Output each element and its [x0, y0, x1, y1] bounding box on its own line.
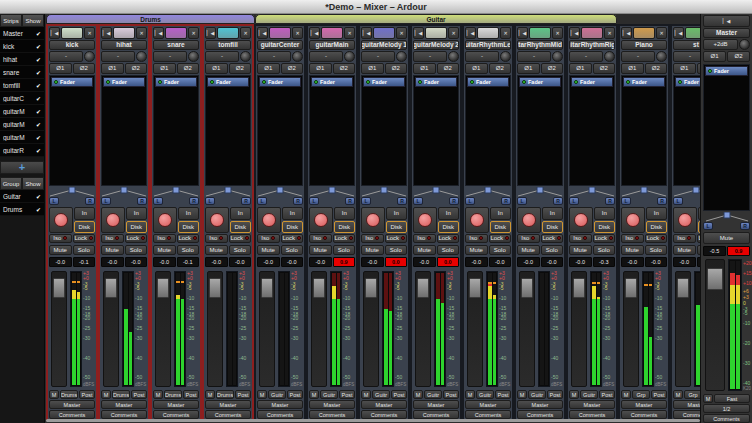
- input-button[interactable]: -: [413, 51, 447, 62]
- gain-display[interactable]: -0.0: [205, 257, 228, 267]
- peak-display[interactable]: -0.1: [177, 257, 200, 267]
- processor-box[interactable]: Fader: [621, 75, 667, 186]
- gain-fader[interactable]: [519, 271, 535, 388]
- monitor-in-button[interactable]: In: [334, 207, 356, 219]
- strip-list-item[interactable]: guitarR✔: [0, 144, 44, 157]
- mute-button[interactable]: Mute: [257, 245, 280, 255]
- gain-display[interactable]: -0.0: [101, 257, 124, 267]
- pan-widget[interactable]: LR: [205, 186, 251, 206]
- record-enable-button[interactable]: [153, 207, 177, 233]
- phase-1-button[interactable]: Ø1: [361, 63, 384, 74]
- group-button[interactable]: Guitr: [424, 390, 442, 399]
- show-checkbox[interactable]: ✔: [36, 193, 41, 200]
- fader-handle[interactable]: [365, 278, 377, 297]
- metering-point-button[interactable]: M: [673, 390, 683, 399]
- fader-processor[interactable]: Fader: [259, 77, 301, 87]
- monitor-input-button[interactable]: ▏◀: [673, 27, 684, 39]
- phase-2-button[interactable]: Ø2: [333, 63, 356, 74]
- mute-button[interactable]: Mute: [517, 245, 540, 255]
- fader-handle[interactable]: [625, 278, 637, 297]
- trim-knob[interactable]: [136, 51, 147, 62]
- gain-display[interactable]: -0.0: [309, 257, 332, 267]
- phase-1-button[interactable]: Ø1: [465, 63, 488, 74]
- output-button[interactable]: Master: [49, 400, 95, 409]
- track-color-chip[interactable]: [581, 27, 603, 39]
- pan-right-button[interactable]: R: [241, 197, 251, 205]
- record-enable-button[interactable]: [517, 207, 541, 233]
- pan-left-button[interactable]: L: [257, 197, 267, 205]
- input-button[interactable]: -: [569, 51, 603, 62]
- master-mute-button[interactable]: Mute: [703, 232, 750, 244]
- fader-handle[interactable]: [573, 278, 585, 297]
- fader-handle[interactable]: [707, 268, 723, 290]
- mute-button[interactable]: Mute: [361, 245, 384, 255]
- show-checkbox[interactable]: ✔: [36, 108, 41, 115]
- peak-display[interactable]: -0.0: [229, 257, 252, 267]
- pan-right-button[interactable]: R: [449, 197, 459, 205]
- fader-handle[interactable]: [53, 278, 65, 297]
- record-enable-button[interactable]: [49, 207, 73, 233]
- gain-fader[interactable]: [155, 271, 171, 388]
- monitor-disk-button[interactable]: Disk: [178, 221, 200, 233]
- processor-box[interactable]: Fader: [517, 75, 563, 186]
- lock-button[interactable]: Lock: [177, 234, 200, 243]
- fader-processor[interactable]: Fader: [51, 77, 93, 87]
- group-button[interactable]: Drums: [164, 390, 182, 399]
- fader-processor[interactable]: Fader: [155, 77, 197, 87]
- lock-button[interactable]: Lock: [125, 234, 148, 243]
- monitor-input-button[interactable]: ▏◀: [49, 27, 60, 39]
- solo-isolate-button[interactable]: Iso: [205, 234, 228, 243]
- horizontal-scrollbar[interactable]: [46, 419, 700, 422]
- phase-1-button[interactable]: Ø1: [621, 63, 644, 74]
- output-button[interactable]: Master: [517, 400, 563, 409]
- record-enable-button[interactable]: [101, 207, 125, 233]
- master-monitor-button[interactable]: ▏◀: [703, 15, 750, 27]
- solo-button[interactable]: Solo: [73, 245, 96, 255]
- processor-box[interactable]: Fader: [257, 75, 303, 186]
- master-input-button[interactable]: +2dB: [703, 39, 738, 50]
- input-button[interactable]: -: [101, 51, 135, 62]
- master-processor-box[interactable]: Fader: [703, 64, 750, 212]
- show-checkbox[interactable]: ✔: [36, 206, 41, 213]
- comments-button[interactable]: Comments: [153, 410, 199, 419]
- meter-fast-button[interactable]: Fast: [714, 394, 750, 403]
- gain-fader[interactable]: [207, 271, 223, 388]
- pan-widget[interactable]: LR: [361, 186, 407, 206]
- processor-box[interactable]: Fader: [569, 75, 615, 186]
- strip-name-button[interactable]: guitarRhythmLeft: [465, 40, 511, 50]
- input-button[interactable]: -: [257, 51, 291, 62]
- fader-handle[interactable]: [469, 278, 481, 297]
- lock-button[interactable]: Lock: [73, 234, 96, 243]
- metering-point-button[interactable]: M: [309, 390, 319, 399]
- strip-name-button[interactable]: guitarRhythmMiddle: [517, 40, 563, 50]
- trim-knob[interactable]: [604, 51, 615, 62]
- mute-button[interactable]: Mute: [569, 245, 592, 255]
- input-button[interactable]: -: [361, 51, 395, 62]
- group-list-item[interactable]: Drums✔: [0, 203, 44, 216]
- track-color-chip[interactable]: [165, 27, 187, 39]
- peak-display[interactable]: -0.0: [541, 257, 564, 267]
- lock-button[interactable]: Lock: [333, 234, 356, 243]
- monitor-input-button[interactable]: ▏◀: [153, 27, 164, 39]
- trim-knob[interactable]: [240, 51, 251, 62]
- phase-2-button[interactable]: Ø2: [645, 63, 668, 74]
- gain-display[interactable]: -0.0: [517, 257, 540, 267]
- metering-point-button[interactable]: M: [569, 390, 579, 399]
- group-button[interactable]: Grp: [632, 390, 650, 399]
- hide-strip-button[interactable]: ✕: [188, 27, 199, 39]
- monitor-in-button[interactable]: In: [490, 207, 512, 219]
- strip-name-button[interactable]: guitarMain: [309, 40, 355, 50]
- phase-1-button[interactable]: Ø1: [309, 63, 332, 74]
- pan-left-button[interactable]: L: [621, 197, 631, 205]
- comments-button[interactable]: Comments: [49, 410, 95, 419]
- trim-knob[interactable]: [552, 51, 563, 62]
- strip-name-button[interactable]: Piano: [621, 40, 667, 50]
- fader-processor[interactable]: Fader: [623, 77, 665, 87]
- solo-button[interactable]: Solo: [645, 245, 668, 255]
- monitor-input-button[interactable]: ▏◀: [101, 27, 112, 39]
- peak-display[interactable]: 0.0: [385, 257, 408, 267]
- metering-point-button[interactable]: M: [517, 390, 527, 399]
- track-color-chip[interactable]: [269, 27, 291, 39]
- monitor-in-button[interactable]: In: [646, 207, 668, 219]
- lock-button[interactable]: Lock: [541, 234, 564, 243]
